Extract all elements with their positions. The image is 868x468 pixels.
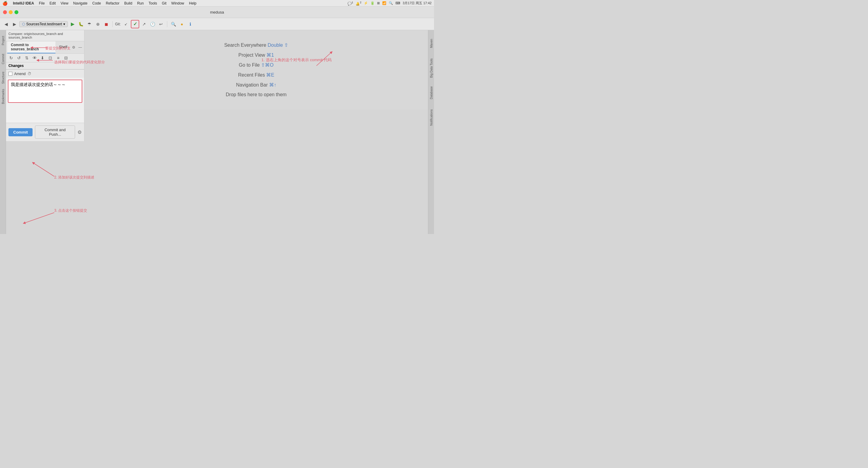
shortcut-label-6: Drop files here to open them (226, 92, 287, 97)
commit-buttons-area: Commit Commit and Push... ⚙ (6, 123, 84, 141)
settings-gear-icon[interactable]: ⚙ (71, 45, 76, 50)
git-label: Git: (115, 22, 121, 26)
right-sidebar-bigdata[interactable]: Big Data Tools (429, 56, 434, 80)
wifi-icon: 📶 (382, 1, 386, 5)
sidebar-item-project[interactable]: Project (1, 31, 5, 50)
titlebar: medusa (0, 7, 434, 18)
sidebar-item-structure[interactable]: Structure (1, 69, 5, 87)
tab-commit[interactable]: Commit to sources_branch (7, 41, 56, 53)
run-config-label: SourcesTest.testInsert (26, 22, 62, 26)
right-sidebar-notifications[interactable]: Notifications (429, 106, 434, 130)
shortcut-label-1: Search Everywhere (224, 42, 267, 48)
menu-view[interactable]: View (59, 1, 70, 5)
stop-button[interactable]: ◼ (103, 21, 110, 28)
close-button[interactable] (3, 10, 7, 14)
menu-tools[interactable]: Tools (147, 1, 159, 5)
amend-checkbox[interactable] (8, 72, 12, 76)
arrow-to-message (24, 160, 60, 178)
annotation-3: 3. 点击这个按钮提交 (54, 208, 87, 213)
commit-button[interactable]: Commit (8, 128, 33, 136)
search-icon[interactable]: 🔍 (389, 1, 393, 5)
shortcut-key-3: ⇧⌘O (261, 62, 273, 67)
menu-file[interactable]: File (37, 1, 46, 5)
shortcut-key-1: Double ⇧ (268, 42, 288, 48)
bell-icon: 🔔2 (355, 1, 361, 6)
menu-build[interactable]: Build (122, 1, 134, 5)
shortcut-navigation-bar: Navigation Bar ⌘↑ (236, 82, 276, 88)
maximize-button[interactable] (14, 10, 19, 14)
align-icon[interactable]: ≡ (55, 55, 61, 61)
git-push-icon[interactable]: ↗ (141, 21, 148, 28)
menu-run[interactable]: Run (135, 1, 146, 5)
commit-and-push-button[interactable]: Commit and Push... (35, 125, 75, 139)
activity-bar: Project Commit Structure Bookmarks (0, 30, 6, 234)
main-content: Search Everywhere Double ⇧ Project View … (84, 30, 428, 110)
menu-refactor[interactable]: Refactor (104, 1, 121, 5)
back-button[interactable]: ◀ (2, 21, 10, 28)
git-history-icon[interactable]: 🕐 (149, 21, 156, 28)
window-controls (3, 10, 19, 14)
preview-icon[interactable]: ⊡ (47, 55, 54, 61)
menu-help[interactable]: Help (187, 1, 198, 5)
close-panel-icon[interactable]: — (78, 45, 83, 50)
profile-button[interactable]: ⊕ (94, 21, 101, 28)
tips-icon[interactable]: ℹ (187, 21, 194, 28)
refresh-icon[interactable]: ↻ (8, 55, 14, 61)
expand-icon[interactable]: ⊟ (63, 55, 69, 61)
download-icon[interactable]: ⬇ (39, 55, 46, 61)
amend-row: Amend ⏱ (6, 69, 84, 78)
run-config-selector[interactable]: ⬡ SourcesTest.testInsert ▾ (19, 21, 68, 27)
svg-line-3 (24, 213, 54, 223)
undo-icon[interactable]: ↺ (16, 55, 22, 61)
run-config-dropdown-icon: ▾ (63, 22, 65, 26)
svg-line-2 (33, 163, 54, 176)
datetime: 3月17日 周五 17:42 (403, 1, 432, 5)
search-everywhere-button[interactable]: 🔍 (170, 21, 177, 28)
menu-window[interactable]: Window (169, 1, 186, 5)
window-title: medusa (210, 10, 224, 14)
commit-settings-icon[interactable]: ⚙ (78, 129, 82, 135)
menu-intellij[interactable]: IntelliJ IDEA (11, 1, 36, 5)
menu-code[interactable]: Code (90, 1, 103, 5)
menu-git[interactable]: Git (160, 1, 168, 5)
compare-header: Compare: origin/sources_branch and sourc… (6, 30, 84, 41)
main-toolbar: ◀ ▶ ⬡ SourcesTest.testInsert ▾ ▶ 🐛 ☂ ⊕ ◼… (0, 18, 434, 30)
git-commit-checkmark[interactable]: ✓ (131, 20, 139, 28)
run-button[interactable]: ▶ (69, 21, 76, 28)
compare-header-text: Compare: origin/sources_branch and sourc… (8, 32, 63, 39)
shortcut-label-5: Navigation Bar (236, 82, 268, 87)
battery-icon: 🔋 (370, 1, 375, 5)
apple-menu[interactable]: 🍎 (2, 1, 7, 6)
sidebar-item-bookmarks[interactable]: Bookmarks (1, 87, 5, 106)
tab-shelf[interactable]: Shelf (56, 43, 71, 51)
changes-section: Changes (6, 62, 84, 69)
debug-button[interactable]: 🐛 (78, 21, 85, 28)
tab-actions: ⚙ — (71, 45, 83, 50)
commit-message-input[interactable]: 我是描述该次提交的话～～～ (8, 80, 82, 101)
git-update-icon[interactable]: ↙ (122, 21, 130, 28)
plugins-icon[interactable]: ● (178, 21, 185, 28)
panel-toolbar: ↻ ↺ ⇅ 👁 ⬇ ⊡ ≡ ⊟ (6, 54, 84, 62)
right-sidebar-database[interactable]: Database (429, 81, 434, 105)
right-sidebar: Maven Big Data Tools Database Notificati… (428, 30, 434, 234)
update-project-icon[interactable]: ⇅ (24, 55, 30, 61)
menu-navigate[interactable]: Navigate (71, 1, 89, 5)
view-icon[interactable]: 👁 (31, 55, 38, 61)
minimize-button[interactable] (9, 10, 13, 14)
sidebar-item-commit[interactable]: Commit (1, 50, 5, 68)
amend-label: Amend (14, 72, 26, 76)
main-area-wrapper: 1. 选右上角的这个对号表示 commit 代码 Search Everywhe… (84, 30, 428, 234)
shortcut-key-5: ⌘↑ (269, 82, 276, 87)
shortcut-project-view: Project View ⌘1 (239, 52, 274, 58)
right-sidebar-maven[interactable]: Maven (429, 31, 434, 56)
checkmark-icon: ✓ (133, 21, 137, 27)
annotation-spacer (6, 105, 84, 123)
amend-clock-icon: ⏱ (27, 71, 31, 76)
git-revert-icon[interactable]: ↩ (157, 21, 164, 28)
shortcut-label-4: Recent Files (238, 72, 265, 78)
shortcut-label-3: Go to File (239, 62, 259, 67)
coverage-button[interactable]: ☂ (86, 21, 93, 28)
menu-edit[interactable]: Edit (48, 1, 58, 5)
forward-button[interactable]: ▶ (11, 21, 18, 28)
menubar-right: 💬1 🔔2 ⚡ 🔋 ⊞ 📶 🔍 ⌨ 3月17日 周五 17:42 (347, 1, 432, 6)
